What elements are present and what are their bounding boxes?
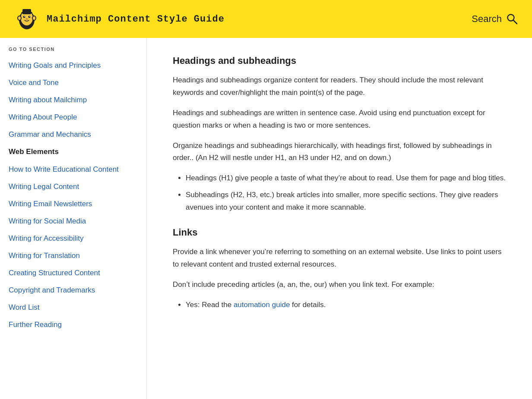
sidebar-link-web-elements[interactable]: Web Elements (0, 143, 146, 160)
list-item-0-1: Subheadings (H2, H3, etc.) break article… (186, 189, 506, 214)
svg-line-13 (513, 20, 517, 24)
content-para-0-0: Headings and subheadings organize conten… (173, 74, 506, 99)
sidebar-item-grammar-and-mechanics[interactable]: Grammar and Mechanics (0, 126, 146, 143)
list-item-0-0: Headings (H1) give people a taste of wha… (186, 172, 506, 185)
sidebar-item-writing-for-accessibility[interactable]: Writing for Accessibility (0, 230, 146, 247)
content-section-links-section: LinksProvide a link whenever you’re refe… (173, 227, 506, 311)
search-button[interactable]: Search (472, 13, 518, 25)
sidebar: GO TO SECTION Writing Goals and Principl… (0, 38, 147, 399)
svg-rect-11 (22, 9, 31, 14)
svg-point-4 (24, 16, 25, 17)
content-para-1-0: Provide a link whenever you’re referring… (173, 246, 506, 271)
sidebar-link-grammar-and-mechanics[interactable]: Grammar and Mechanics (0, 126, 146, 143)
sidebar-item-further-reading[interactable]: Further Reading (0, 316, 146, 333)
svg-point-9 (18, 16, 21, 20)
sidebar-item-writing-about-people[interactable]: Writing About People (0, 109, 146, 126)
sidebar-link-writing-about-people[interactable]: Writing About People (0, 109, 146, 126)
sidebar-link-writing-about-mailchimp[interactable]: Writing about Mailchimp (0, 91, 146, 109)
sidebar-item-writing-about-mailchimp[interactable]: Writing about Mailchimp (0, 91, 146, 109)
list-item-link-1-0: Yes: Read the automation guide for detai… (186, 299, 506, 311)
svg-point-6 (25, 18, 28, 20)
svg-point-5 (29, 16, 30, 17)
section-heading-headings-section: Headings and subheadings (173, 55, 506, 66)
section-heading-links-section: Links (173, 227, 506, 238)
content-para-0-2: Organize headings and subheadings hierar… (173, 140, 506, 165)
sidebar-link-writing-for-translation[interactable]: Writing for Translation (0, 247, 146, 264)
content-link-0[interactable]: automation guide (234, 301, 290, 309)
sidebar-item-writing-for-social-media[interactable]: Writing for Social Media (0, 213, 146, 230)
mailchimp-logo (14, 6, 40, 32)
sidebar-item-web-elements[interactable]: Web Elements (0, 143, 146, 160)
sidebar-item-voice-and-tone[interactable]: Voice and Tone (0, 74, 146, 91)
search-icon (506, 13, 518, 25)
sidebar-item-writing-legal-content[interactable]: Writing Legal Content (0, 178, 146, 195)
header-left: Mailchimp Content Style Guide (14, 6, 225, 32)
sidebar-link-word-list[interactable]: Word List (0, 299, 146, 316)
sidebar-link-writing-for-accessibility[interactable]: Writing for Accessibility (0, 230, 146, 247)
search-label: Search (472, 13, 502, 25)
sidebar-link-copyright-and-trademarks[interactable]: Copyright and Trademarks (0, 282, 146, 299)
layout: GO TO SECTION Writing Goals and Principl… (0, 38, 532, 399)
content-section-headings-section: Headings and subheadingsHeadings and sub… (173, 55, 506, 214)
content-list-links-links-section: Yes: Read the automation guide for detai… (186, 299, 506, 311)
sidebar-item-writing-email-newsletters[interactable]: Writing Email Newsletters (0, 195, 146, 213)
sidebar-item-how-to-write-educational[interactable]: How to Write Educational Content (0, 161, 146, 178)
sidebar-link-writing-email-newsletters[interactable]: Writing Email Newsletters (0, 195, 146, 213)
sidebar-link-writing-for-social-media[interactable]: Writing for Social Media (0, 213, 146, 230)
main-content: Headings and subheadingsHeadings and sub… (147, 38, 532, 399)
sidebar-link-voice-and-tone[interactable]: Voice and Tone (0, 74, 146, 91)
sidebar-item-word-list[interactable]: Word List (0, 299, 146, 316)
sidebar-link-how-to-write-educational[interactable]: How to Write Educational Content (0, 161, 146, 178)
sidebar-item-creating-structured-content[interactable]: Creating Structured Content (0, 264, 146, 282)
sidebar-item-writing-for-translation[interactable]: Writing for Translation (0, 247, 146, 264)
header-title: Mailchimp Content Style Guide (47, 14, 225, 25)
go-to-section-label: GO TO SECTION (0, 47, 146, 57)
sidebar-link-creating-structured-content[interactable]: Creating Structured Content (0, 264, 146, 282)
content-para-0-1: Headings and subheadings are written in … (173, 107, 506, 132)
sidebar-nav: Writing Goals and PrinciplesVoice and To… (0, 57, 146, 334)
header: Mailchimp Content Style Guide Search (0, 0, 532, 38)
content-para-1-1: Don’t include preceding articles (a, an,… (173, 279, 506, 291)
content-list-headings-section: Headings (H1) give people a taste of wha… (186, 172, 506, 214)
sidebar-item-writing-goals[interactable]: Writing Goals and Principles (0, 57, 146, 74)
sidebar-link-further-reading[interactable]: Further Reading (0, 316, 146, 333)
sidebar-item-copyright-and-trademarks[interactable]: Copyright and Trademarks (0, 282, 146, 299)
sidebar-link-writing-legal-content[interactable]: Writing Legal Content (0, 178, 146, 195)
sidebar-link-writing-goals[interactable]: Writing Goals and Principles (0, 57, 146, 74)
svg-point-10 (33, 16, 35, 20)
